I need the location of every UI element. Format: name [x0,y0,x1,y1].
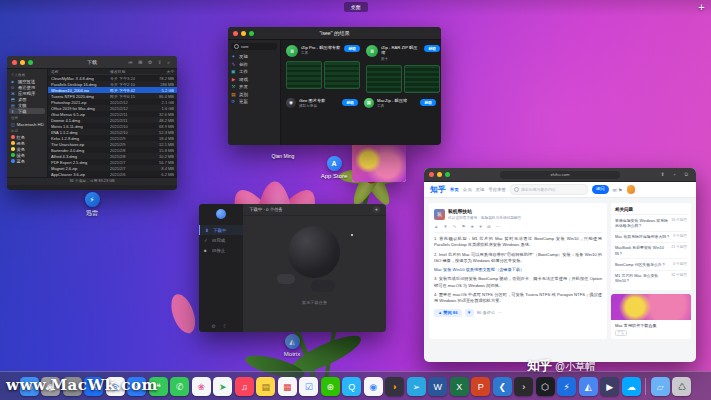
nav-tab-首页[interactable]: 首页 [450,187,459,192]
file-row[interactable]: Bartender 4.0.dmg2021/2/815.8 MB [48,147,177,153]
file-row[interactable]: CleanMyMac X 4.8.dmg今天 下午3:2478.2 MB [48,75,177,81]
motrix-nav-已停止[interactable]: ■已停止 [199,245,243,255]
add-task-button[interactable]: + [373,206,380,213]
ad-title[interactable]: Mac 常用软件下载合集 [615,323,687,328]
inline-link[interactable]: Mac 安装 Win10 双系统图文教程（含镜像下载） [434,267,602,273]
file-row[interactable]: Tuxera NTFS 2020.dmg昨天 下午6:1586.4 MB [48,93,177,99]
app-result[interactable]: ▦MacZip - 解压缩工具获取 [364,98,436,108]
notification-icons[interactable]: ✉ ⚑ [613,187,623,193]
file-row[interactable]: iStat Menus 6.5.zip2021/2/1132.6 MB [48,111,177,117]
motrix-nav-下载中[interactable]: ⬇下载中 [199,225,243,235]
dock-icon-word[interactable]: W [428,377,447,396]
action-icon[interactable]: ▼ [443,224,447,229]
get-button[interactable]: 获取 [424,45,440,52]
action-icon[interactable]: ⇄ [487,224,491,229]
app-store-titlebar[interactable]: "isee" 的结果 [228,27,441,40]
sidebar-item-work[interactable]: ▣工作 [231,68,277,76]
dock-icon-notes[interactable]: ▤ [256,377,275,396]
related-question[interactable]: Mac 装双系统对电脑伤害大吗？9 个回答 [615,232,687,243]
sidebar-item-updates[interactable]: ⟳更新 [231,98,277,106]
author-row[interactable]: 装 装机帮扶站 已认证的官方帐号 · 电脑装机与系统问题解答 [434,208,602,220]
window-label-qianming[interactable]: Qian Ming [258,153,308,159]
traffic-lights[interactable] [233,31,254,36]
file-row[interactable]: Downie 4.1.dmg2021/2/1148.2 MB [48,117,177,123]
finder-sidebar[interactable]: 个人收藏 ◈隔空投送⊙最近使用⌘应用程序⬒桌面▤文稿⬇下载 位置 ◫Macint… [7,69,48,177]
file-row[interactable]: Magnet 2.6.zip2021/2/78.4 MB [48,165,177,171]
sidebar-item-play[interactable]: ▶游戏 [231,76,277,84]
file-row[interactable]: AppCleaner 3.6.zip2021/2/66.2 MB [48,171,177,177]
sidebar-item-hd[interactable]: ◫Macintosh HD [7,121,47,127]
action-icon[interactable]: ⚑ [461,224,465,229]
app-store-search-field[interactable]: isee [231,43,277,50]
sidebar-item-discover[interactable]: ✦发现 [231,53,277,61]
app-result[interactable]: ≣iZip - RAR ZIP 解压缩效率获取 [366,45,440,93]
dock-icon-maps[interactable]: ➤ [213,377,232,396]
author-name[interactable]: 装机帮扶站 [448,208,521,214]
file-row[interactable]: IINA 1.1.2.dmg2021/2/1052.3 MB [48,129,177,135]
mission-control-space-label[interactable]: 桌面 [344,2,368,12]
ad-card[interactable]: Mac 常用软件下载合集 广告 [611,294,691,339]
app-result[interactable]: ◉iSee 图片专家摄影与录像获取 [286,98,358,108]
sidebar-item-categories[interactable]: ▤类别 [231,91,277,99]
dock-icon-downloads-folder[interactable]: ▱ [651,377,670,396]
dock-icon-motrix[interactable]: ◭ [579,377,598,396]
dock-icon-wechat[interactable]: ⊛ [321,377,340,396]
window-label-motrix[interactable]: ◭ Motrix [262,334,322,357]
get-button[interactable]: 获取 [420,99,436,106]
answer-action-icons[interactable]: ▲▼✎⚑★♥⇄⋯ [434,224,602,233]
file-row[interactable]: Windows10_2004.iso昨天 下午8:425.2 GB [48,87,177,93]
file-row[interactable]: PDF Expert 2.5.dmg2021/2/756.7 MB [48,159,177,165]
sidebar-tag[interactable]: 蓝色 [7,158,47,164]
motrix-window[interactable]: ⬇下载中✓已完成■已停止 ⚙ ☾ 下载中 · 0 个任务 + 暂无下载任务 [199,204,386,332]
related-question[interactable]: 苹果电脑安装 Windows 双系统后体验怎么样？16 个回答 [615,215,687,232]
related-question[interactable]: MacBook 有必要安装 Win10 吗？21 个回答 [615,243,687,260]
zhihu-logo[interactable]: 知乎 [430,184,446,195]
file-row[interactable]: The Unarchiver.zip2021/2/912.1 MB [48,141,177,147]
app-store-window[interactable]: "isee" 的结果 isee ✦发现✎创作▣工作▶游戏⚒开发▤类别⟳更新 ≣i… [228,27,441,145]
motrix-nav-已完成[interactable]: ✓已完成 [199,235,243,245]
dock-icon-calendar[interactable]: ▦ [278,377,297,396]
action-icon[interactable]: ✎ [453,224,457,229]
safari-toolbar-icons[interactable]: ⬆ ＋ ⧉ [660,171,691,178]
dock-icon-telegram[interactable]: ➢ [407,377,426,396]
traffic-lights[interactable] [429,172,450,177]
dock-icon-thunder[interactable]: ⚡ [557,377,576,396]
nav-tab-等你来答[interactable]: 等你来答 [488,187,506,192]
dock-icon-qq[interactable]: Q [342,377,361,396]
file-row[interactable]: Photoshop 2021.zip2021/2/122.1 GB [48,99,177,105]
action-icon[interactable]: ▲ [434,224,438,229]
finder-titlebar[interactable]: 下载 ≔ ⊞ ⚙ ⇪ ⌕ [7,56,177,69]
file-row[interactable]: Motrix 1.6.11.dmg2021/2/1068.9 MB [48,123,177,129]
motrix-footer-icons[interactable]: ⚙ ☾ [199,323,243,329]
more-button[interactable]: ⋯ [498,310,502,315]
column-header[interactable]: 名称 [51,69,110,74]
dock-icon-trash[interactable]: ♺ [672,377,691,396]
column-header[interactable]: 大小 [152,69,174,74]
related-question[interactable]: BootCamp 分区失败怎么办？6 个回答 [615,259,687,270]
file-row[interactable]: Parallels Desktop 16.dmg今天 下午2:10286 MB [48,81,177,87]
dock-icon-chrome[interactable]: ◉ [364,377,383,396]
window-label-appstore[interactable]: A App Store [304,156,364,179]
ask-question-button[interactable]: 提问 [592,185,609,194]
file-row[interactable]: Keka 1.2.8.dmg2021/2/918.4 MB [48,135,177,141]
related-question[interactable]: M1 芯片的 Mac 怎么安装 Win10？32 个回答 [615,271,687,287]
safari-window[interactable]: zhihu.com ⬆ ＋ ⧉ 知乎 首页会员发现等你来答 搜索你感兴趣的内容 … [424,168,696,362]
nav-tab-会员[interactable]: 会员 [463,187,472,192]
get-button[interactable]: 获取 [342,99,358,106]
finder-file-list[interactable]: 名称修改日期大小 CleanMyMac X 4.8.dmg今天 下午3:2478… [48,69,177,177]
zhihu-search-input[interactable]: 搜索你感兴趣的内容 [510,184,588,195]
app-store-sidebar[interactable]: isee ✦发现✎创作▣工作▶游戏⚒开发▤类别⟳更新 [228,40,281,145]
app-result[interactable]: ≣iZip Pro - 解压缩专家工具获取 [286,45,360,93]
dock-icon-baidu-netdisk[interactable]: ☁ [622,377,641,396]
dock-icon-reminders[interactable]: ☑ [299,377,318,396]
window-label-thunder[interactable]: ⚡ 迅雷 [62,192,122,218]
nav-tab-发现[interactable]: 发现 [476,187,485,192]
add-space-button[interactable]: + [695,1,708,14]
dock-icon-music[interactable]: ♫ [235,377,254,396]
user-avatar[interactable] [627,185,636,194]
dock-icon-github[interactable]: ⬡ [536,377,555,396]
author-avatar[interactable]: 装 [434,209,445,220]
dock-icon-firefox[interactable]: ◗ [385,377,404,396]
action-icon[interactable]: ★ [470,224,474,229]
motrix-sidebar[interactable]: ⬇下载中✓已完成■已停止 ⚙ ☾ [199,204,243,332]
